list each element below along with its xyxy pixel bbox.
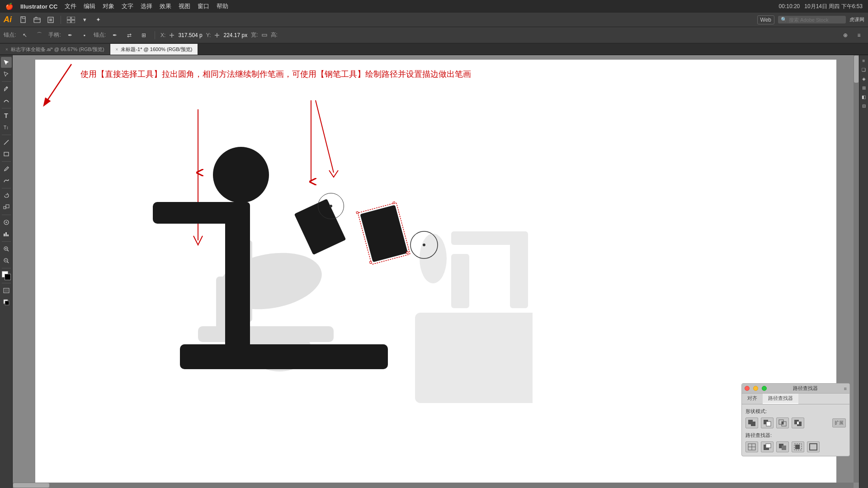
main-illustration	[126, 105, 533, 430]
vertical-type-tool[interactable]: T↕	[1, 122, 12, 133]
toolbar-right: Web 🔍 虎课网	[757, 15, 864, 24]
smooth-tool[interactable]	[1, 175, 12, 186]
anchor2-arrows-btn[interactable]: ⇄	[124, 30, 135, 41]
shape-mode-row: 扩展	[742, 416, 849, 430]
menubar-right: 00:10:20 10月14日 周四 下午6:53	[779, 3, 863, 10]
anchor2-pen-btn[interactable]: ✒	[109, 30, 120, 41]
right-btn-3[interactable]: ◈	[860, 75, 868, 82]
pf-merge-btn[interactable]	[776, 441, 789, 452]
pathfinder-minimize-btn[interactable]	[753, 386, 758, 391]
scrollbar-h[interactable]	[13, 483, 854, 488]
pathfinder-tab-align[interactable]: 对齐	[742, 394, 763, 404]
menu-file[interactable]: 文件	[65, 2, 76, 10]
menu-object[interactable]: 对象	[103, 2, 114, 10]
rotate-tool[interactable]	[1, 190, 12, 201]
search-input[interactable]	[789, 17, 843, 23]
anchor-arrow-btn[interactable]: ↖	[19, 30, 30, 41]
pathfinder-menu-btn[interactable]: ≡	[844, 386, 847, 391]
type-tool[interactable]: T	[1, 110, 12, 121]
svg-rect-69	[782, 422, 783, 424]
align-btn[interactable]: ≡	[854, 30, 864, 41]
svg-rect-20	[7, 235, 9, 236]
curvature-tool[interactable]	[1, 95, 12, 106]
annotation-text: 使用【直接选择工具】拉出圆角，相同方法继续制作笔画，可使用【钢笔工具】绘制路径并…	[80, 69, 827, 80]
right-btn-6[interactable]: ⊟	[860, 102, 868, 109]
menu-effect[interactable]: 效果	[160, 2, 171, 10]
pencil-tool[interactable]	[1, 164, 12, 174]
shape-subtract-btn[interactable]	[761, 418, 774, 428]
svg-rect-77	[766, 444, 771, 448]
select-tool[interactable]	[1, 57, 12, 68]
pathfinder-row	[742, 440, 849, 454]
direct-select-tool[interactable]	[1, 69, 12, 80]
expand-btn[interactable]: 扩展	[832, 418, 846, 427]
zoom-out-tool[interactable]	[1, 255, 12, 266]
menu-view[interactable]: 视图	[179, 2, 190, 10]
svg-line-26	[7, 262, 9, 263]
apple-logo[interactable]: 🍎	[5, 3, 13, 10]
pf-divide-btn[interactable]	[745, 441, 758, 452]
svg-rect-3	[34, 18, 40, 23]
fg-color[interactable]	[5, 274, 11, 280]
tab-1[interactable]: × 标志字体全能备.ai* @ 66.67% (RGB/预览)	[0, 44, 110, 55]
rect-tool[interactable]	[1, 149, 12, 160]
line-tool[interactable]	[1, 137, 12, 148]
artboard-btn[interactable]	[45, 14, 56, 25]
svg-point-62	[423, 244, 425, 246]
zoom-in-tool[interactable]	[1, 244, 12, 254]
color-swatch[interactable]	[2, 271, 11, 280]
menu-window[interactable]: 窗口	[198, 2, 209, 10]
pf-outline-btn[interactable]	[807, 441, 820, 452]
new-doc-btn[interactable]	[18, 14, 29, 25]
tab-2[interactable]: × 未标题-1* @ 1600% (RGB/预览)	[110, 44, 198, 55]
tab-2-close[interactable]: ×	[116, 47, 118, 52]
hand-pen-btn[interactable]: ✒	[65, 30, 75, 41]
menu-help[interactable]: 帮助	[217, 2, 228, 10]
right-btn-4[interactable]: ⊞	[860, 84, 868, 91]
w-label: 宽:	[251, 31, 258, 39]
fill-stroke-btn[interactable]	[1, 297, 12, 308]
scrollbar-v[interactable]	[854, 55, 859, 483]
menu-select[interactable]: 选择	[141, 2, 152, 10]
pathfinder-tab-pathfinder[interactable]: 路径查找器	[763, 394, 798, 404]
view-btn[interactable]: ▾	[79, 14, 90, 25]
screen-mode-btn[interactable]	[1, 285, 12, 296]
transform-btn[interactable]: ⊕	[840, 30, 851, 41]
svg-rect-81	[795, 445, 800, 449]
pen-tool[interactable]	[1, 84, 12, 94]
anchor-curve-btn[interactable]: ⌒	[34, 30, 45, 41]
pathfinder-zoom-btn[interactable]	[762, 386, 767, 391]
magic-wand-btn[interactable]: ✦	[93, 14, 104, 25]
symbol-tool[interactable]	[1, 217, 12, 228]
right-btn-1[interactable]: ≡	[860, 57, 868, 64]
shape-exclude-btn[interactable]	[792, 418, 804, 428]
workspace-select[interactable]: Web	[757, 15, 774, 24]
pf-crop-btn[interactable]	[792, 441, 804, 452]
open-btn[interactable]	[32, 14, 42, 25]
hand-square-btn[interactable]: ▪	[79, 30, 90, 41]
pf-trim-btn[interactable]	[761, 441, 774, 452]
x-label: X:	[160, 32, 165, 38]
menu-edit[interactable]: 编辑	[84, 2, 95, 10]
y-value: 224.17 px	[223, 32, 247, 38]
right-btn-2[interactable]: ❑	[860, 66, 868, 73]
anchor-label: 锚点:	[4, 31, 16, 39]
stock-logo: 虎课网	[849, 16, 864, 23]
graph-tool[interactable]	[1, 229, 12, 239]
tab-2-label: 未标题-1* @ 1600% (RGB/预览)	[121, 46, 192, 53]
svg-rect-7	[71, 17, 75, 19]
props-bar: 锚点: ↖ ⌒ 手柄: ✒ ▪ 锚点: ✒ ⇄ ⊞ X: 317.504 p Y…	[0, 27, 868, 43]
search-box[interactable]: 🔍	[778, 16, 846, 23]
shape-add-btn[interactable]	[745, 418, 758, 428]
menu-text[interactable]: 文字	[122, 2, 133, 10]
svg-rect-5	[49, 19, 52, 21]
menu-illustrator[interactable]: Illustrator CC	[20, 3, 57, 10]
right-btn-5[interactable]: ◧	[860, 93, 868, 100]
scale-tool[interactable]	[1, 202, 12, 213]
shape-intersect-btn[interactable]	[776, 418, 789, 428]
anchor2-grid-btn[interactable]: ⊞	[138, 30, 149, 41]
right-properties-panel: ≡ ❑ ◈ ⊞ ◧ ⊟	[859, 55, 868, 488]
arrange-btn[interactable]	[66, 14, 76, 25]
tab-1-close[interactable]: ×	[5, 47, 8, 52]
pathfinder-close-btn[interactable]	[745, 386, 750, 391]
